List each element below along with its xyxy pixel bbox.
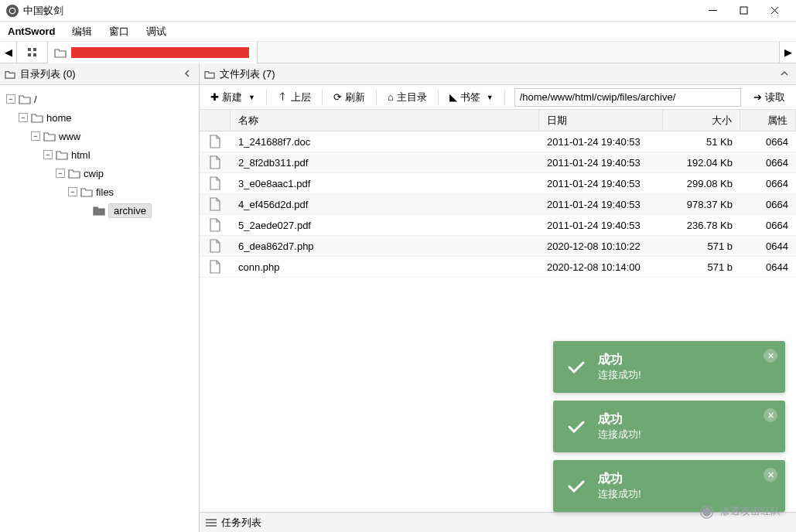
file-row-size: 2011-01-24 19:40:53: [539, 178, 663, 189]
collapse-sidebar-button[interactable]: [180, 66, 194, 81]
tree-node[interactable]: −html: [3, 145, 196, 164]
folder-icon: [93, 205, 105, 216]
file-row-name: conn.php: [231, 261, 539, 273]
menubar: AntSword 编辑 窗口 调试: [0, 22, 796, 42]
file-row-name: 4_ef456d2d.pdf: [231, 199, 539, 210]
doc-file-icon: [209, 135, 221, 148]
tree-node[interactable]: −www: [3, 127, 196, 145]
home-button[interactable]: ⌂主目录: [381, 87, 433, 107]
arrow-up-icon: 🡑: [278, 91, 288, 103]
tree-toggle[interactable]: −: [31, 131, 40, 141]
svg-rect-2: [740, 7, 747, 14]
file-row-perm: 0644: [740, 261, 796, 273]
file-row-size: 2020-12-08 10:10:22: [539, 240, 663, 252]
file-row-icon: [200, 176, 231, 190]
tree-node[interactable]: −/: [3, 90, 196, 108]
taskbar[interactable]: 任务列表: [200, 512, 796, 532]
path-input[interactable]: [514, 88, 741, 107]
tree-toggle[interactable]: −: [56, 169, 65, 178]
file-row-name: 2_8f2db311.pdf: [231, 157, 539, 169]
menu-debug[interactable]: 调试: [143, 23, 169, 40]
collapse-filelist-button[interactable]: [777, 66, 791, 81]
tree-node[interactable]: −home: [3, 108, 196, 127]
tree-node[interactable]: −cwip: [3, 164, 196, 182]
svg-rect-5: [28, 48, 31, 51]
pdf-file-icon: [209, 176, 221, 190]
tree-toggle[interactable]: −: [19, 113, 28, 122]
toast-stack: 成功连接成功!✕成功连接成功!✕成功连接成功!✕: [553, 341, 785, 512]
column-date[interactable]: 日期: [539, 110, 663, 131]
tree-toggle[interactable]: −: [68, 187, 77, 196]
menu-window[interactable]: 窗口: [106, 23, 132, 40]
tree-node-label: cwip: [84, 168, 104, 179]
tab-session[interactable]: [48, 42, 258, 63]
close-button[interactable]: [759, 0, 790, 22]
tab-scroll-right[interactable]: ▶: [779, 42, 796, 63]
refresh-button[interactable]: ⟳刷新: [327, 87, 371, 107]
caret-down-icon: ▼: [248, 94, 255, 101]
file-row-size: 2011-01-24 19:40:53: [539, 199, 663, 210]
pdf-file-icon: [209, 197, 221, 211]
file-row-size: 2011-01-24 19:40:53: [539, 157, 663, 169]
maximize-button[interactable]: [728, 0, 759, 22]
file-row-size: 2011-01-24 19:40:53: [539, 136, 663, 148]
toast-close[interactable]: ✕: [764, 349, 777, 363]
column-perm[interactable]: 属性: [740, 110, 796, 131]
up-button[interactable]: 🡑上层: [272, 87, 317, 107]
file-row-name: 3_e0e8aac1.pdf: [231, 178, 539, 189]
folder-icon: [19, 94, 31, 104]
folder-icon: [68, 168, 80, 179]
file-row-icon: [200, 260, 231, 274]
column-size[interactable]: 大小: [663, 110, 740, 131]
file-toolbar: ✚新建▼ 🡑上层 ⟳刷新 ⌂主目录 ◣书签▼ ➔读取: [200, 85, 796, 110]
file-row[interactable]: 4_ef456d2d.pdf2011-01-24 19:40:53978.37 …: [200, 194, 796, 215]
minimize-button[interactable]: [697, 0, 728, 22]
file-row-icon: [200, 218, 231, 232]
php-file-icon: [209, 239, 221, 253]
folder-icon: [43, 131, 56, 142]
tab-scroll-left[interactable]: ◀: [0, 42, 17, 63]
app-icon: [6, 5, 19, 17]
file-row-icon: [200, 135, 231, 148]
sidebar: 目录列表 (0) −/−home−www−html−cwip−filesarch…: [0, 63, 200, 532]
folder-tree-title: 目录列表 (0): [20, 67, 76, 81]
window-titlebar: 中国蚁剑: [0, 0, 796, 22]
file-row[interactable]: 3_e0e8aac1.pdf2011-01-24 19:40:53299.08 …: [200, 173, 796, 194]
file-row[interactable]: 6_dea862d7.php2020-12-08 10:10:22571 b06…: [200, 236, 796, 257]
folder-icon: [5, 70, 15, 79]
bookmark-icon: ◣: [449, 91, 457, 103]
tree-node[interactable]: −files: [3, 182, 196, 201]
tree-node-label: www: [59, 131, 80, 142]
tree-toggle[interactable]: −: [43, 150, 53, 159]
php-file-icon: [209, 260, 221, 274]
tree-node[interactable]: archive: [3, 201, 196, 220]
arrow-right-icon: ➔: [753, 91, 762, 103]
column-icon[interactable]: [200, 110, 231, 131]
file-row-size: 2011-01-24 19:40:53: [539, 220, 663, 231]
file-row[interactable]: 2_8f2db311.pdf2011-01-24 19:40:53192.04 …: [200, 152, 796, 173]
menu-edit[interactable]: 编辑: [69, 23, 95, 40]
pdf-file-icon: [209, 218, 221, 232]
folder-icon: [54, 47, 67, 58]
toast-close[interactable]: ✕: [764, 468, 777, 482]
file-row[interactable]: 5_2aede027.pdf2011-01-24 19:40:53236.78 …: [200, 215, 796, 236]
read-button[interactable]: ➔读取: [747, 87, 791, 107]
refresh-icon: ⟳: [333, 91, 342, 103]
svg-rect-8: [33, 53, 36, 56]
toast-title: 成功: [598, 352, 641, 368]
file-row[interactable]: 1_241688f7.doc2011-01-24 19:40:5351 Kb06…: [200, 131, 796, 152]
folder-tree[interactable]: −/−home−www−html−cwip−filesarchive: [0, 85, 199, 532]
column-name[interactable]: 名称: [231, 110, 539, 131]
file-row-perm: 0664: [740, 157, 796, 169]
folder-icon: [80, 186, 93, 197]
pdf-file-icon: [209, 155, 221, 169]
toast-close[interactable]: ✕: [764, 408, 777, 422]
file-row[interactable]: conn.php2020-12-08 10:14:00571 b0644: [200, 257, 796, 278]
tree-toggle[interactable]: −: [6, 94, 15, 104]
bookmark-button[interactable]: ◣书签▼: [443, 87, 500, 107]
new-button[interactable]: ✚新建▼: [204, 87, 261, 107]
tree-node-label: archive: [108, 203, 152, 218]
menu-app[interactable]: AntSword: [5, 24, 58, 39]
tab-home[interactable]: [17, 42, 48, 63]
file-row-perm: 0664: [740, 220, 796, 231]
